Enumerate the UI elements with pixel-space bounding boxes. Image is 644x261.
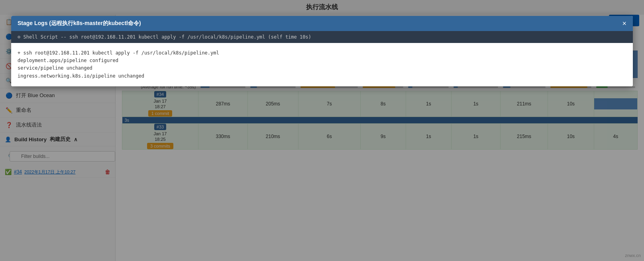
modal-title: Stage Logs (远程执行k8s-master的kubectl命令) — [18, 20, 141, 27]
log-line-2: deployment.apps/pipeline configured — [18, 57, 626, 64]
modal-header: Stage Logs (远程执行k8s-master的kubectl命令) × — [11, 16, 633, 31]
modal-close-button[interactable]: × — [622, 20, 626, 27]
modal-subheader: ⊙ Shell Script -- ssh root@192.168.11.20… — [11, 31, 633, 43]
stage-logs-modal: Stage Logs (远程执行k8s-master的kubectl命令) × … — [11, 16, 633, 86]
log-line-1: + ssh root@192.168.11.201 kubectl apply … — [18, 49, 626, 57]
modal-body: + ssh root@192.168.11.201 kubectl apply … — [11, 43, 633, 86]
log-line-3: service/pipeline unchanged — [18, 64, 626, 72]
log-line-4: ingress.networking.k8s.io/pipeline uncha… — [18, 72, 626, 80]
modal-overlay: Stage Logs (远程执行k8s-master的kubectl命令) × … — [0, 0, 644, 261]
